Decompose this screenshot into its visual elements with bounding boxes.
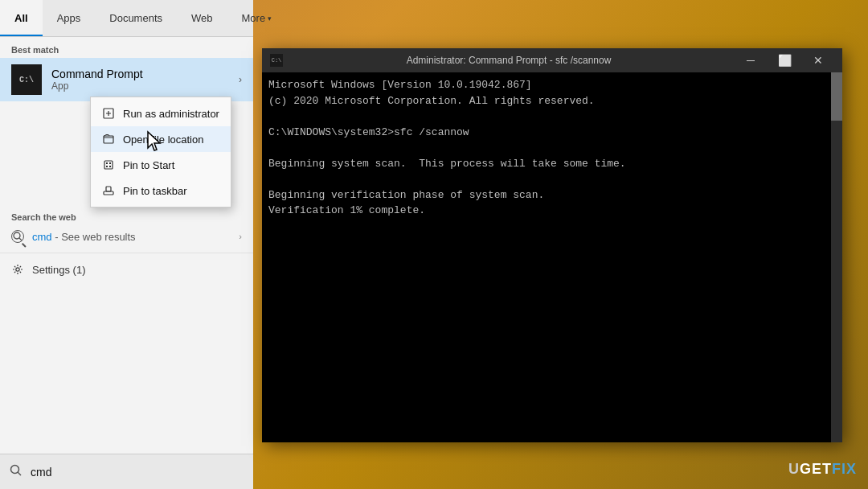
- open-file-icon: [102, 133, 115, 146]
- search-web-arrow-icon: ›: [239, 232, 242, 241]
- best-match-info: Command Prompt App: [51, 68, 239, 92]
- pin-start-icon: [102, 158, 115, 171]
- pin-start-label: Pin to Start: [123, 159, 174, 171]
- watermark: UGETFIX: [788, 461, 857, 478]
- start-menu: All Apps Documents Web More ▾ Best match…: [0, 0, 253, 489]
- cmd-titlebar: C:\ Administrator: Command Prompt - sfc …: [262, 48, 842, 72]
- tab-apps[interactable]: Apps: [43, 0, 96, 36]
- search-web-text: cmd - See web results: [32, 231, 136, 243]
- search-web-section: Search the web cmd - See web results ›: [0, 206, 253, 253]
- settings-item[interactable]: Settings (1): [11, 260, 242, 279]
- cmd-line-4: C:\WINDOWS\system32>sfc /scannow: [268, 125, 836, 141]
- svg-rect-1: [104, 136, 113, 143]
- tab-documents[interactable]: Documents: [95, 0, 177, 36]
- chevron-down-icon: ▾: [268, 14, 272, 23]
- context-menu-run-admin[interactable]: Run as administrator: [91, 101, 231, 126]
- pin-taskbar-icon: [102, 184, 115, 197]
- pin-taskbar-label: Pin to taskbar: [123, 185, 187, 197]
- run-admin-label: Run as administrator: [123, 108, 219, 120]
- settings-label: Settings (1): [32, 264, 85, 276]
- svg-point-11: [16, 268, 19, 271]
- cmd-title-text: Administrator: Command Prompt - sfc /sca…: [289, 55, 728, 66]
- settings-section: Settings (1): [0, 253, 253, 286]
- cmd-window: C:\ Administrator: Command Prompt - sfc …: [262, 48, 842, 442]
- settings-gear-icon: [11, 263, 24, 276]
- tab-all[interactable]: All: [0, 0, 43, 36]
- cmd-line-9: Verification 1% complete.: [268, 203, 836, 219]
- svg-rect-8: [106, 187, 111, 191]
- cmd-line-6: Beginning system scan. This process will…: [268, 156, 836, 172]
- svg-line-10: [19, 238, 22, 240]
- search-web-label: Search the web: [11, 212, 242, 222]
- run-admin-icon: [102, 107, 115, 120]
- cmd-line-3: [268, 109, 836, 125]
- svg-rect-4: [109, 162, 111, 164]
- svg-rect-6: [109, 166, 111, 167]
- tab-web[interactable]: Web: [177, 0, 227, 36]
- cmd-titlebar-icon: C:\: [270, 54, 283, 67]
- close-button[interactable]: ✕: [802, 52, 834, 68]
- best-match-label: Best match: [0, 37, 253, 58]
- cmd-scrollbar[interactable]: [831, 72, 842, 442]
- svg-point-9: [14, 232, 20, 239]
- tab-more[interactable]: More ▾: [227, 0, 287, 36]
- context-menu-pin-start[interactable]: Pin to Start: [91, 152, 231, 178]
- svg-line-13: [18, 472, 21, 475]
- cmd-content: Microsoft Windows [Version 10.0.19042.86…: [262, 72, 842, 442]
- search-input[interactable]: cmd: [31, 466, 244, 479]
- cmd-line-2: (c) 2020 Microsoft Corporation. All righ…: [268, 93, 836, 109]
- cmd-app-icon: C:\: [11, 64, 42, 95]
- cmd-line-1: Microsoft Windows [Version 10.0.19042.86…: [268, 77, 836, 93]
- watermark-get: GET: [800, 461, 832, 477]
- cmd-line-5: [268, 140, 836, 156]
- search-bar[interactable]: cmd: [0, 454, 253, 489]
- context-menu-open-file[interactable]: Open file location: [91, 126, 231, 152]
- arrow-right-icon: ›: [239, 74, 242, 85]
- open-file-label: Open file location: [123, 134, 203, 146]
- svg-rect-5: [106, 166, 108, 167]
- context-menu: Run as administrator Open file location: [90, 97, 231, 208]
- minimize-button[interactable]: ─: [735, 52, 767, 68]
- search-web-icon: [11, 230, 24, 243]
- svg-rect-7: [104, 191, 113, 195]
- command-prompt-result[interactable]: C:\ Command Prompt App ›: [0, 58, 253, 101]
- cmd-controls: ─ ⬜ ✕: [735, 52, 834, 68]
- watermark-u: U: [788, 461, 800, 477]
- tabs-bar: All Apps Documents Web More ▾: [0, 0, 253, 37]
- context-menu-pin-taskbar[interactable]: Pin to taskbar: [91, 178, 231, 203]
- search-web-item[interactable]: cmd - See web results ›: [11, 227, 242, 246]
- restore-button[interactable]: ⬜: [768, 52, 800, 68]
- best-match-type: App: [51, 80, 239, 92]
- svg-rect-2: [104, 161, 113, 169]
- svg-rect-3: [106, 162, 108, 164]
- cmd-line-8: Beginning verification phase of system s…: [268, 187, 836, 203]
- watermark-fix: FIX: [832, 461, 857, 477]
- cmd-scrollbar-thumb[interactable]: [831, 72, 842, 121]
- cmd-line-7: [268, 171, 836, 187]
- search-bar-icon: [10, 464, 23, 480]
- best-match-name: Command Prompt: [51, 68, 239, 80]
